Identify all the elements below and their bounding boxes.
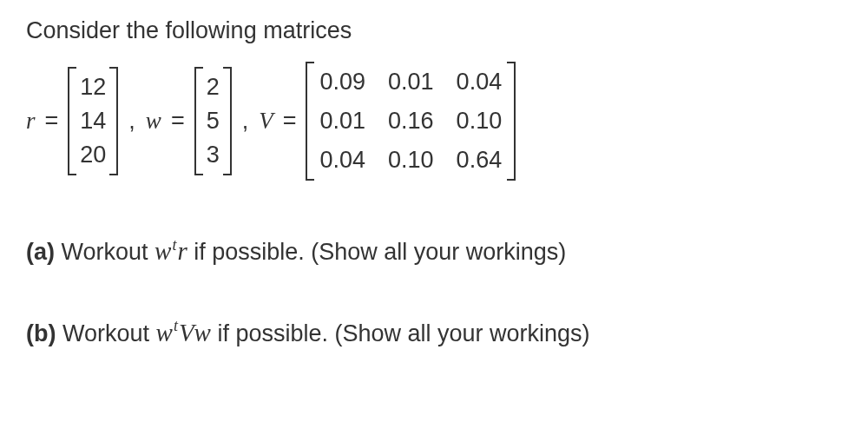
math-expression: wtr — [155, 237, 187, 265]
math-r: r — [177, 237, 187, 265]
matrix-cell: 20 — [80, 138, 106, 172]
math-expression: wtVw — [156, 319, 211, 346]
matrix-cell: 0.04 — [457, 65, 503, 99]
bracket-right — [507, 62, 516, 181]
matrix-cell: 0.01 — [388, 65, 434, 99]
equals-sign: = — [171, 108, 185, 135]
matrix-cell: 0.09 — [319, 65, 365, 99]
bracket-left — [194, 67, 203, 175]
math-w: w — [155, 237, 171, 265]
matrix-cell: 0.10 — [388, 143, 434, 177]
matrix-cell: 0.16 — [388, 104, 434, 138]
matrix-V: 0.09 0.01 0.04 0.01 0.16 0.10 0.04 0.10 … — [306, 62, 516, 181]
var-V: V — [259, 108, 273, 135]
var-r: r — [26, 108, 36, 135]
comma: , — [242, 108, 249, 135]
question-text: if possible. (Show all your workings) — [187, 239, 567, 265]
bracket-right — [223, 67, 232, 175]
comma: , — [128, 108, 135, 135]
matrix-r: 12 14 20 — [68, 67, 118, 175]
question-text: Workout — [56, 320, 155, 346]
matrix-w: 2 5 3 — [194, 67, 232, 175]
question-a: (a) Workout wtr if possible. (Show all y… — [26, 233, 842, 271]
math-w: w — [156, 319, 173, 346]
question-label: (a) — [26, 239, 55, 265]
bracket-right — [109, 67, 118, 175]
equals-sign: = — [283, 108, 297, 135]
bracket-left — [68, 67, 76, 175]
math-superscript-t: t — [172, 236, 176, 254]
matrix-cell: 0.01 — [319, 104, 365, 138]
question-text: if possible. (Show all your workings) — [211, 320, 590, 346]
matrix-cell: 2 — [207, 70, 220, 104]
question-label: (b) — [26, 320, 56, 346]
matrix-definitions: r = 12 14 20 , w = 2 5 3 , V = 0.09 0.01… — [26, 62, 842, 181]
bracket-left — [306, 62, 314, 181]
math-V: V — [179, 319, 194, 346]
question-text: Workout — [55, 239, 155, 265]
math-w: w — [194, 319, 211, 346]
matrix-cell: 3 — [207, 138, 220, 172]
equals-sign: = — [45, 108, 59, 135]
matrix-cell: 14 — [80, 104, 106, 138]
matrix-cell: 5 — [207, 104, 220, 138]
matrix-cell: 0.64 — [457, 143, 503, 177]
matrix-cell: 0.04 — [319, 143, 365, 177]
matrix-cell: 12 — [80, 70, 106, 104]
var-w: w — [146, 108, 161, 135]
intro-text: Consider the following matrices — [26, 17, 842, 44]
question-b: (b) Workout wtVw if possible. (Show all … — [26, 314, 842, 353]
matrix-cell: 0.10 — [457, 104, 503, 138]
math-superscript-t: t — [174, 317, 178, 334]
